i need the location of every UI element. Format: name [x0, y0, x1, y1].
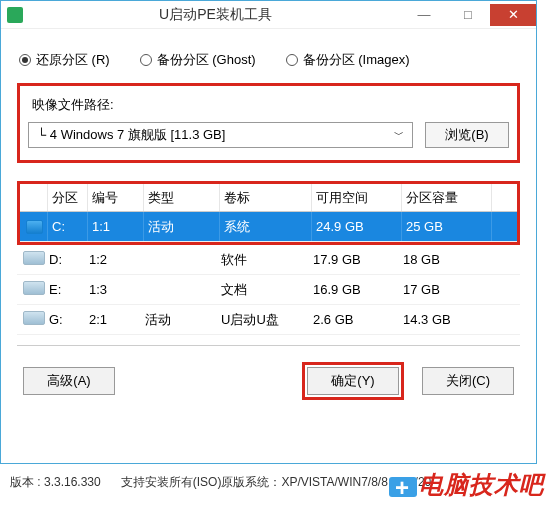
cell-label: 软件 [217, 251, 309, 269]
disk-icon [23, 311, 45, 325]
disk-icon [26, 220, 43, 234]
cell-drive: D: [45, 252, 85, 267]
col-drive: 分区 [48, 184, 88, 211]
col-label: 卷标 [220, 184, 312, 211]
cell-drive: G: [45, 312, 85, 327]
cell-label: U启动U盘 [217, 311, 309, 329]
cell-capacity: 17 GB [399, 282, 489, 297]
partition-table: 分区 编号 类型 卷标 可用空间 分区容量 C:1:1活动系统24.9 GB25… [17, 181, 520, 335]
highlight-image-path: 映像文件路径: └ 4 Windows 7 旗舰版 [11.3 GB] ﹀ 浏览… [17, 83, 520, 163]
ok-button[interactable]: 确定(Y) [307, 367, 399, 395]
close-footer-button[interactable]: 关闭(C) [422, 367, 514, 395]
cell-free: 17.9 GB [309, 252, 399, 267]
image-path-value: └ 4 Windows 7 旗舰版 [11.3 GB] [37, 126, 225, 144]
cell-capacity: 14.3 GB [399, 312, 489, 327]
table-row[interactable]: E:1:3文档16.9 GB17 GB [17, 275, 520, 305]
advanced-button[interactable]: 高级(A) [23, 367, 115, 395]
mode-radios: 还原分区 (R) 备份分区 (Ghost) 备份分区 (Imagex) [19, 51, 518, 69]
cell-capacity: 25 GB [402, 212, 492, 241]
content-area: 还原分区 (R) 备份分区 (Ghost) 备份分区 (Imagex) 映像文件… [1, 29, 536, 410]
radio-icon [140, 54, 152, 66]
highlight-selected-partition: 分区 编号 类型 卷标 可用空间 分区容量 C:1:1活动系统24.9 GB25… [17, 181, 520, 245]
col-index: 编号 [88, 184, 144, 211]
radio-label: 还原分区 (R) [36, 51, 110, 69]
app-icon [7, 7, 23, 23]
cell-index: 1:2 [85, 252, 141, 267]
cell-index: 2:1 [85, 312, 141, 327]
cell-index: 1:3 [85, 282, 141, 297]
radio-icon [19, 54, 31, 66]
radio-backup-ghost[interactable]: 备份分区 (Ghost) [140, 51, 256, 69]
maximize-button[interactable]: □ [446, 4, 490, 26]
table-bottom-border [17, 345, 520, 346]
window-controls: — □ ✕ [402, 4, 536, 26]
radio-backup-imagex[interactable]: 备份分区 (Imagex) [286, 51, 410, 69]
cell-label: 系统 [220, 212, 312, 241]
titlebar: U启动PE装机工具 — □ ✕ [1, 1, 536, 29]
chevron-down-icon: ﹀ [394, 128, 404, 142]
cell-capacity: 18 GB [399, 252, 489, 267]
cell-type: 活动 [141, 311, 217, 329]
table-header: 分区 编号 类型 卷标 可用空间 分区容量 [20, 184, 517, 212]
disk-icon [23, 251, 45, 265]
browse-button[interactable]: 浏览(B) [425, 122, 509, 148]
disk-icon [23, 281, 45, 295]
browse-label: 浏览(B) [445, 126, 488, 144]
cell-drive: E: [45, 282, 85, 297]
button-row: 高级(A) 确定(Y) 关闭(C) [23, 362, 514, 400]
radio-icon [286, 54, 298, 66]
cell-free: 16.9 GB [309, 282, 399, 297]
close-label: 关闭(C) [446, 372, 490, 390]
image-path-label: 映像文件路径: [32, 96, 509, 114]
col-type: 类型 [144, 184, 220, 211]
cell-label: 文档 [217, 281, 309, 299]
table-row[interactable]: C:1:1活动系统24.9 GB25 GB [20, 212, 517, 242]
window-title: U启动PE装机工具 [29, 6, 402, 24]
highlight-ok: 确定(Y) [302, 362, 404, 400]
close-button[interactable]: ✕ [490, 4, 536, 26]
table-row[interactable]: D:1:2软件17.9 GB18 GB [17, 245, 520, 275]
app-window: U启动PE装机工具 — □ ✕ 还原分区 (R) 备份分区 (Ghost) 备份… [0, 0, 537, 464]
col-capacity: 分区容量 [402, 184, 492, 211]
cell-free: 2.6 GB [309, 312, 399, 327]
col-free: 可用空间 [312, 184, 402, 211]
cell-type: 活动 [144, 212, 220, 241]
cell-drive: C: [48, 212, 88, 241]
ok-label: 确定(Y) [331, 372, 374, 390]
radio-restore[interactable]: 还原分区 (R) [19, 51, 110, 69]
advanced-label: 高级(A) [47, 372, 90, 390]
radio-label: 备份分区 (Imagex) [303, 51, 410, 69]
cell-index: 1:1 [88, 212, 144, 241]
version-text: 版本 : 3.3.16.330 [10, 474, 101, 491]
status-bar: 版本 : 3.3.16.330 支持安装所有(ISO)原版系统：XP/VISTA… [10, 474, 540, 491]
cell-free: 24.9 GB [312, 212, 402, 241]
minimize-button[interactable]: — [402, 4, 446, 26]
col-icon [20, 184, 48, 211]
radio-label: 备份分区 (Ghost) [157, 51, 256, 69]
support-text: 支持安装所有(ISO)原版系统：XP/VISTA/WIN7/8/8.1/10/2… [121, 474, 432, 491]
image-path-dropdown[interactable]: └ 4 Windows 7 旗舰版 [11.3 GB] ﹀ [28, 122, 413, 148]
table-row[interactable]: G:2:1活动U启动U盘2.6 GB14.3 GB [17, 305, 520, 335]
